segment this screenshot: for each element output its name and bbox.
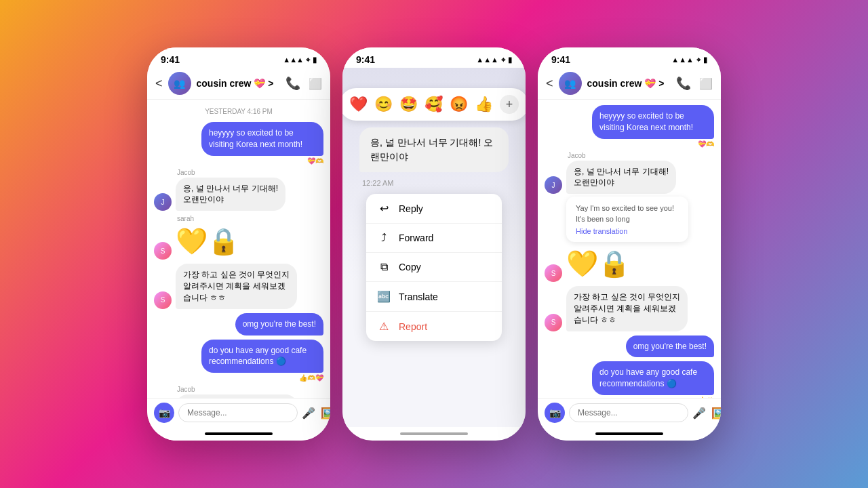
bubble-outgoing-r1: heyyyy so excited to be visiting Korea n… (592, 105, 714, 139)
context-reply[interactable]: ↩ Reply (366, 194, 502, 224)
sender-sarah: sarah (176, 215, 239, 222)
phone-middle: 9:41 ▲▲▲ ⌖ ▮ ❤️ 😊 🤩 🥰 😡 👍 + 응, 널 만나서 너무 … (342, 47, 526, 441)
phone-icon-right[interactable]: 📞 (676, 76, 691, 91)
home-bar-line-mid (400, 432, 468, 435)
signal-icon-mid: ▲▲▲ (476, 56, 498, 64)
media-icon-left[interactable]: 🖼️ (321, 407, 330, 420)
status-time-left: 9:41 (161, 54, 180, 65)
hide-translation-button[interactable]: Hide translation (576, 227, 679, 235)
home-bar-right (538, 427, 721, 441)
message-input-left[interactable] (178, 403, 298, 422)
react-heart[interactable]: ❤️ (349, 96, 368, 113)
bubble-incoming-r: 응, 널 만나서 너무 기대해!오랜만이야 (566, 161, 676, 195)
msg-row: S 💛🔒 (545, 246, 714, 282)
react-thumbs[interactable]: 👍 (475, 96, 493, 113)
chat-area-left: YESTERDAY 4:16 PM heyyyy so excited to b… (147, 100, 330, 398)
msg-row: S 가장 하고 싶은 것이 무엇인지알려주시면 계획을 세워보겠습니다 ㅎㅎ (154, 264, 323, 308)
avatar-sarah2: S (154, 291, 172, 309)
msg-row: J Jacob 응, 널 만나서 너무 기대해!오랜만이야 (154, 169, 323, 211)
bubble-outgoing: omg you're the best! (235, 313, 323, 336)
msg-row: heyyyy so excited to be visiting Korea n… (545, 105, 714, 148)
msg-content: heyyyy so excited to be visiting Korea n… (201, 122, 323, 165)
bubble-incoming: 응, 널 만나서 너무 기대해!오랜만이야 (176, 178, 285, 211)
bubble-outgoing: do you have any good cafe recommendation… (201, 340, 323, 373)
input-bar-right: 📷 🎤 🖼️ 😊 ➕ (538, 398, 721, 427)
msg-emojis: 👍🫶💝 (201, 374, 323, 382)
msg-avatar-r: J (545, 176, 562, 194)
wifi-icon-right: ⌖ (696, 56, 701, 64)
context-copy[interactable]: ⧉ Copy (366, 253, 502, 282)
mid-timestamp: 12:22 AM (359, 179, 509, 187)
context-report[interactable]: ⚠ Report (366, 312, 502, 341)
home-bar-line-right (595, 432, 663, 435)
copy-label: Copy (399, 262, 421, 272)
context-forward[interactable]: ⤴ Forward (366, 224, 502, 253)
reply-label: Reply (399, 203, 423, 214)
mic-icon-right[interactable]: 🎤 (692, 407, 706, 420)
timestamp-label: YESTERDAY 4:16 PM (154, 105, 323, 118)
react-angry[interactable]: 😡 (450, 96, 468, 113)
react-hug[interactable]: 🥰 (425, 96, 443, 113)
react-plus-button[interactable]: + (500, 95, 519, 114)
bubble-incoming-r2: 가장 하고 싶은 것이 무엇인지알려주시면 계획을 세워보겠습니다 ㅎㅎ (566, 286, 688, 331)
forward-icon: ⤴ (377, 232, 391, 244)
msg-row: S 가장 하고 싶은 것이 무엇인지알려주시면 계획을 세워보겠습니다 ㅎㅎ (545, 286, 714, 331)
msg-content: Jacob 카페 어니언과 마일스톤 커피를좋아해! 🔥💝 (176, 386, 298, 398)
msg-content: Jacob 응, 널 만나서 너무 기대해!오랜만이야 (566, 152, 676, 195)
header-icons-right: 📞 ⬜ (676, 76, 713, 91)
msg-row: J Jacob 카페 어니언과 마일스톤 커피를좋아해! 🔥💝 (154, 386, 323, 398)
back-button-right[interactable]: < (546, 77, 553, 91)
status-time-mid: 9:41 (356, 54, 375, 65)
middle-content: ❤️ 😊 🤩 🥰 😡 👍 + 응, 널 만나서 너무 기대해! 오랜만이야 12… (342, 68, 526, 427)
msg-content-sarah-r: 💛🔒 (566, 246, 630, 282)
home-bar-mid (342, 427, 526, 441)
translate-label: Translate (399, 291, 438, 302)
mid-message-text: 응, 널 만나서 너무 기대해! 오랜만이야 (370, 137, 493, 162)
status-bar-mid: 9:41 ▲▲▲ ⌖ ▮ (342, 47, 526, 68)
camera-button-left[interactable]: 📷 (154, 403, 174, 423)
mic-icon-left[interactable]: 🎤 (302, 407, 315, 420)
msg-content: 가장 하고 싶은 것이 무엇인지알려주시면 계획을 세워보겠습니다 ㅎㅎ (176, 264, 297, 308)
msg-row: omg you're the best! (154, 313, 323, 336)
context-menu: ↩ Reply ⤴ Forward ⧉ Copy 🔤 Translate ⚠ R… (366, 194, 502, 341)
video-icon-left[interactable]: ⬜ (309, 77, 322, 90)
msg-content: omg you're the best! (626, 336, 714, 358)
status-bar-right: 9:41 ▲▲▲ ⌖ ▮ (538, 47, 721, 68)
input-icons-left: 🎤 🖼️ 😊 ➕ (302, 407, 330, 420)
phone-icon-left[interactable]: 📞 (285, 76, 300, 91)
msg-content: omg you're the best! (235, 313, 323, 336)
group-name-left[interactable]: cousin crew 💝 > (197, 78, 280, 89)
back-button-left[interactable]: < (155, 77, 163, 91)
bubble-emoji: 💛🔒 (176, 224, 239, 260)
react-smile[interactable]: 😊 (374, 96, 393, 113)
group-avatar-left: 👥 (168, 72, 191, 95)
sender-name: Jacob (176, 169, 285, 176)
media-icon-right[interactable]: 🖼️ (711, 407, 721, 420)
msg-content: heyyyy so excited to be visiting Korea n… (592, 105, 714, 148)
copy-icon: ⧉ (377, 261, 391, 273)
translation-text: Yay I'm so excited to see you! It's been… (576, 203, 679, 224)
avatar-sarah-r2: S (545, 314, 562, 331)
video-icon-right[interactable]: ⬜ (699, 77, 713, 90)
context-translate[interactable]: 🔤 Translate (366, 282, 502, 312)
group-avatar-img-right: 👥 (559, 72, 582, 95)
signal-icon: ▲▲▲ (283, 56, 303, 64)
group-avatar-img-left: 👥 (168, 72, 191, 95)
input-bar-left: 📷 🎤 🖼️ 😊 ➕ (147, 398, 330, 427)
group-name-right[interactable]: cousin crew 💝 > (587, 78, 671, 89)
bubble-incoming: 가장 하고 싶은 것이 무엇인지알려주시면 계획을 세워보겠습니다 ㅎㅎ (176, 264, 297, 308)
wifi-icon: ⌖ (306, 56, 310, 64)
react-wow[interactable]: 🤩 (399, 96, 418, 113)
emoji-reaction-bar[interactable]: ❤️ 😊 🤩 🥰 😡 👍 + (342, 88, 526, 121)
sender-name: Jacob (566, 152, 676, 159)
phone-right: 9:41 ▲▲▲ ⌖ ▮ < 👥 cousin crew 💝 > 📞 ⬜ hey… (538, 47, 721, 441)
msg-avatar-sarah: S (154, 242, 172, 260)
msg-row: do you have any good cafe recommendation… (545, 361, 714, 398)
msg-avatar-sarah2: S (154, 291, 172, 309)
camera-button-right[interactable]: 📷 (545, 403, 565, 423)
avatar-sarah-r: S (545, 264, 562, 282)
msg-content: do you have any good cafe recommendation… (201, 340, 323, 382)
message-input-right[interactable] (569, 403, 688, 422)
chat-header-left: < 👥 cousin crew 💝 > 📞 ⬜ (147, 68, 330, 100)
chat-area-right: heyyyy so excited to be visiting Korea n… (538, 100, 721, 398)
